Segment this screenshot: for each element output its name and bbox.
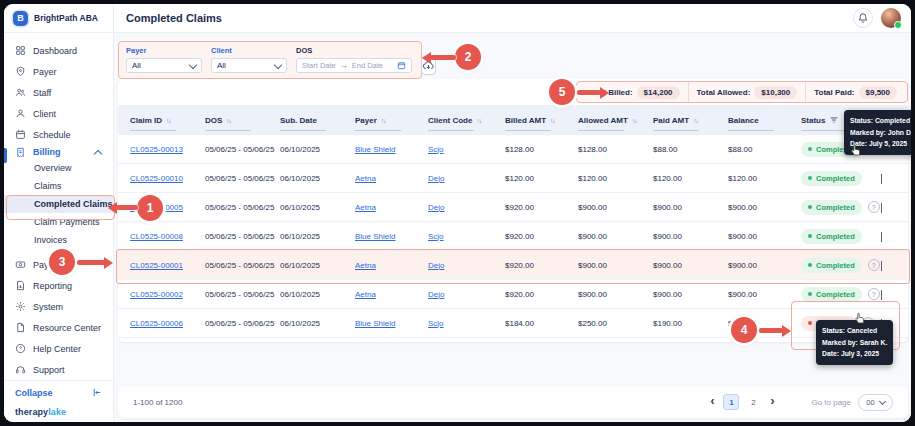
sidebar-item-label: Billing [33, 147, 61, 157]
column-header-billed-amt[interactable]: Billed AMT↑↓ [505, 105, 578, 135]
row-expand-button[interactable] [881, 290, 908, 299]
claim-id-link[interactable]: CL0525-00001 [130, 261, 205, 270]
sidebar-item-completed-claims[interactable]: Completed Claims [4, 195, 113, 213]
total-label: Total Allowed: [697, 88, 751, 97]
client-code-link[interactable]: Dejo [428, 174, 505, 183]
status-badge: Completed [801, 287, 862, 302]
sub-date-value: 06/10/2025 [280, 232, 355, 241]
payer-link[interactable]: Blue Shield [355, 319, 428, 328]
row-expand-button[interactable] [881, 232, 908, 241]
column-header-label: DOS [205, 115, 222, 125]
row-expand-button[interactable] [881, 203, 908, 212]
sidebar-item-schedule[interactable]: Schedule [4, 124, 113, 145]
client-code-link[interactable]: Dejo [428, 203, 505, 212]
sidebar-subitem-label: Claim Payments [34, 217, 100, 227]
sidebar-item-dashboard[interactable]: Dashboard [4, 40, 113, 61]
sidebar-item-label: Dashboard [33, 46, 77, 56]
help-icon[interactable]: ? [868, 259, 880, 271]
payer-link[interactable]: Blue Shield [355, 145, 428, 154]
next-page-button[interactable]: › [770, 395, 774, 409]
sidebar-item-client[interactable]: Client [4, 103, 113, 124]
annotation-marker-5: 5 [549, 79, 575, 105]
sidebar-item-payer[interactable]: Payer [4, 61, 113, 82]
payer-link[interactable]: Aetna [355, 290, 428, 299]
column-header-balance[interactable]: Balance [728, 105, 801, 135]
payer-link[interactable]: Blue Shield [355, 232, 428, 241]
sidebar-item-reporting[interactable]: Reporting [4, 275, 113, 296]
therapylake-logo: therapylake [15, 407, 102, 417]
sort-icon[interactable]: ↑↓ [693, 117, 698, 124]
column-header-client-code[interactable]: Client Code↑↓ [428, 105, 505, 135]
client-code-link[interactable]: Scjo [428, 319, 505, 328]
goto-page-select[interactable]: 00 [858, 394, 893, 411]
help-icon[interactable]: ? [868, 201, 880, 213]
claim-id-link[interactable]: CL0525-00010 [130, 174, 205, 183]
sidebar-item-support[interactable]: Support [4, 359, 113, 380]
claim-id-link[interactable]: CL0525-00008 [130, 232, 205, 241]
annotation-arrow-4 [759, 328, 783, 333]
collapse-button[interactable]: Collapse [15, 387, 102, 398]
payer-link[interactable]: Aetna [355, 203, 428, 212]
sidebar-item-help-center[interactable]: Help Center [4, 338, 113, 359]
payer-link[interactable]: Aetna [355, 261, 428, 270]
sort-icon[interactable]: ↑↓ [476, 117, 481, 124]
client-code-link[interactable]: Dejo [428, 261, 505, 270]
sort-icon[interactable]: ↑↓ [550, 117, 555, 124]
claim-id-link[interactable]: CL0525-00002 [130, 290, 205, 299]
table-header-row: Claim ID↑↓DOS↑↓Sub. DatePayer↑↓Client Co… [118, 105, 908, 135]
sidebar-item-billing[interactable]: Billing [4, 145, 113, 159]
notifications-button[interactable] [853, 8, 873, 28]
sidebar-item-claims[interactable]: Claims [4, 177, 113, 195]
payer-filter-select[interactable]: All [126, 58, 202, 73]
sort-icon[interactable]: ↑↓ [166, 117, 171, 124]
client-code-link[interactable]: Dejo [428, 290, 505, 299]
calendar-icon [397, 61, 406, 70]
row-expand-button[interactable] [881, 261, 908, 270]
claim-id-link[interactable]: CL0525-00013 [130, 145, 205, 154]
sort-icon[interactable]: ↑↓ [381, 117, 386, 124]
sidebar-item-claim-payments[interactable]: Claim Payments [4, 213, 113, 231]
client-filter-select[interactable]: All [211, 58, 287, 73]
chevron-up-icon [94, 149, 102, 157]
sidebar-item-overview[interactable]: Overview [4, 159, 113, 177]
sidebar-item-invoices[interactable]: Invoices [4, 231, 113, 249]
status-dot-icon [808, 234, 812, 238]
table-row: CL0525-0001005/06/25 - 05/06/2506/10/202… [118, 164, 908, 193]
results-range-text: 1-100 of 1200 [133, 398, 182, 407]
tooltip-line: Status: Completed [850, 115, 911, 127]
column-header-allowed-amt[interactable]: Allowed AMT↑↓ [578, 105, 653, 135]
sub-date-value: 06/10/2025 [280, 174, 355, 183]
tooltip-line: Status: Canceled [822, 325, 887, 337]
payer-link[interactable]: Aetna [355, 174, 428, 183]
payer-filter-value: All [132, 61, 141, 70]
column-header-paid-amt[interactable]: Paid AMT↑↓ [653, 105, 728, 135]
column-header-sub-date[interactable]: Sub. Date [280, 105, 355, 135]
page-button-2[interactable]: 2 [745, 394, 761, 410]
status-cell: Completed? [801, 200, 881, 215]
dos-date-range-input[interactable]: Start Date → End Date [296, 58, 412, 73]
sidebar-item-resource-center[interactable]: Resource Center [4, 317, 113, 338]
client-code-link[interactable]: Scjo [428, 232, 505, 241]
hand-cursor-icon [854, 310, 867, 325]
sort-icon[interactable]: ↑↓ [632, 117, 637, 124]
status-badge: Completed [801, 229, 862, 244]
sort-icon[interactable]: ↑↓ [226, 117, 231, 124]
column-header-claim-id[interactable]: Claim ID↑↓ [130, 105, 205, 135]
sidebar-item-system[interactable]: System [4, 296, 113, 317]
previous-page-button[interactable]: ‹ [710, 395, 714, 409]
table-row: CL0525-0000805/06/25 - 05/06/2506/10/202… [118, 222, 908, 251]
total-value: $10,300 [754, 86, 797, 99]
claim-id-link[interactable]: CL0525-00006 [130, 319, 205, 328]
filter-icon[interactable] [829, 115, 839, 125]
page-button-1[interactable]: 1 [723, 394, 739, 410]
paid-amt-value: $190.00 [653, 319, 728, 328]
column-header-dos[interactable]: DOS↑↓ [205, 105, 280, 135]
client-code-link[interactable]: Scjo [428, 145, 505, 154]
help-icon[interactable]: ? [868, 288, 880, 300]
sidebar-item-staff[interactable]: Staff [4, 82, 113, 103]
brand-logo[interactable]: B BrightPath ABA [4, 4, 114, 32]
row-expand-button[interactable] [881, 174, 908, 183]
user-avatar[interactable] [881, 8, 901, 28]
column-header-payer[interactable]: Payer↑↓ [355, 105, 428, 135]
paid-amt-value: $900.00 [653, 290, 728, 299]
